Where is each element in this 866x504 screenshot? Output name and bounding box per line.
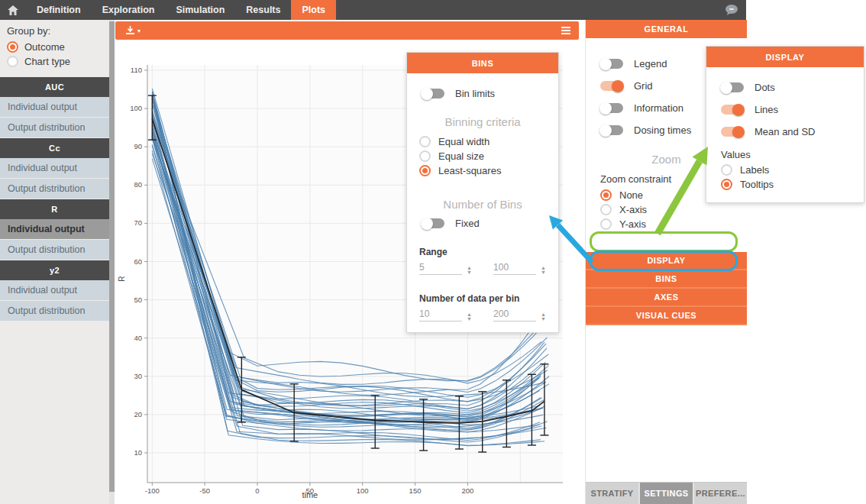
criteria-least-squares-label: Least-squares (438, 165, 501, 176)
chat-bubble-icon (725, 4, 738, 16)
tab-plots[interactable]: Plots (291, 0, 336, 20)
visual-cues-button[interactable]: VISUAL CUES (586, 307, 747, 325)
svg-text:60: 60 (134, 257, 142, 266)
sidebar-scrollbar[interactable] (109, 20, 115, 504)
svg-text:10: 10 (134, 448, 142, 457)
bin-limits-toggle-label: Bin limits (455, 88, 495, 99)
mean-and-sd-toggle-switch[interactable] (721, 127, 744, 137)
group-by-option-chart-type[interactable]: Chart type (7, 56, 102, 67)
criteria-equal-width-radio[interactable] (419, 136, 431, 147)
display-button[interactable]: DISPLAY (586, 252, 747, 270)
bottom-tab-prefere[interactable]: PREFERE... (694, 483, 747, 504)
range-max-stepper[interactable]: ▲▼ (541, 266, 546, 275)
bin-limits-toggle-switch[interactable] (422, 89, 444, 99)
svg-text:30: 30 (134, 372, 142, 380)
criteria-equal-size-radio[interactable] (419, 150, 431, 162)
zoom-constraint-x-axis[interactable]: X-axis (600, 202, 747, 217)
tab-simulation[interactable]: Simulation (165, 0, 235, 20)
bin-limits-toggle[interactable]: Bin limits (407, 82, 558, 105)
range-min-input[interactable] (419, 260, 462, 275)
values-labels-radio[interactable] (721, 164, 732, 176)
group-by-label-chart-type: Chart type (24, 56, 70, 67)
mean-and-sd-toggle[interactable]: Mean and SD (706, 121, 864, 143)
svg-text:40: 40 (134, 334, 142, 342)
zoom-constraint-none-label: None (619, 189, 643, 201)
chart-toolbar: ▾ (115, 21, 579, 40)
bins-popup-header: BINS (407, 53, 558, 73)
data-max-stepper[interactable]: ▲▼ (541, 312, 546, 321)
bottom-tab-settings[interactable]: SETTINGS (640, 483, 693, 504)
tab-definition[interactable]: Definition (26, 0, 92, 20)
display-popup-header: DISPLAY (706, 47, 864, 67)
lines-toggle[interactable]: Lines (706, 99, 864, 121)
svg-text:100: 100 (357, 486, 369, 495)
y-axis-label: R (118, 276, 126, 281)
stepper-down-icon: ▼ (541, 270, 546, 275)
range-label: Range (407, 247, 558, 257)
information-toggle-knob (599, 102, 612, 115)
dots-toggle-label: Dots (755, 82, 775, 93)
fixed-bins-toggle-switch[interactable] (422, 218, 444, 228)
values-label: Values (706, 149, 864, 160)
stepper-down-icon: ▼ (467, 317, 472, 321)
data-min-stepper[interactable]: ▲▼ (467, 312, 472, 321)
zoom-constraint-none-radio[interactable] (600, 189, 612, 201)
number-of-bins-heading: Number of Bins (407, 198, 558, 211)
home-button[interactable] (0, 0, 26, 20)
dots-toggle[interactable]: Dots (706, 76, 864, 99)
data-max-input[interactable] (493, 307, 536, 321)
group-by-radio-chart-type[interactable] (7, 56, 18, 67)
sidebar-item-cc-individual-output[interactable]: Individual output (0, 158, 109, 178)
feedback-button[interactable] (725, 4, 738, 16)
criteria-equal-width[interactable]: Equal width (419, 134, 558, 149)
range-max-input[interactable] (493, 260, 536, 275)
sidebar-scrollbar-thumb[interactable] (109, 21, 115, 492)
dosing-times-toggle-switch[interactable] (600, 125, 623, 135)
group-by-option-outcome[interactable]: Outcome (7, 41, 102, 53)
lines-toggle-switch[interactable] (721, 105, 744, 115)
criteria-equal-size[interactable]: Equal size (419, 149, 558, 163)
criteria-least-squares[interactable]: Least-squares (419, 163, 558, 178)
fixed-bins-toggle-label: Fixed (455, 218, 480, 229)
group-by-label: Group by: (7, 25, 102, 37)
sidebar-item-cc-output-distribution[interactable]: Output distribution (0, 179, 109, 199)
chart-menu-button[interactable] (561, 27, 570, 34)
lines-toggle-knob (732, 104, 745, 116)
axes-button[interactable]: AXES (586, 289, 747, 307)
legend-toggle-switch[interactable] (600, 59, 623, 69)
criteria-equal-width-label: Equal width (438, 136, 490, 147)
data-min-input[interactable] (419, 307, 462, 321)
criteria-least-squares-radio[interactable] (419, 165, 431, 176)
dots-toggle-switch[interactable] (721, 82, 744, 92)
values-tooltips-radio[interactable] (721, 179, 732, 190)
fixed-bins-toggle[interactable]: Fixed (407, 212, 558, 234)
zoom-constraint-y-axis[interactable]: Y-axis (600, 217, 747, 231)
dosing-times-toggle-knob (599, 124, 612, 137)
grid-toggle-knob (612, 80, 624, 92)
bins-button[interactable]: BINS (586, 270, 747, 289)
home-icon (8, 5, 18, 15)
values-tooltips-label: Tooltips (740, 179, 774, 190)
group-by-radio-outcome[interactable] (7, 41, 18, 53)
sidebar-item-y2-output-distribution[interactable]: Output distribution (0, 301, 109, 321)
values-tooltips[interactable]: Tooltips (721, 177, 864, 192)
sidebar-item-y2-individual-output[interactable]: Individual output (0, 280, 109, 300)
information-toggle-label: Information (634, 102, 683, 114)
dots-toggle-knob (720, 82, 732, 94)
bottom-tab-stratify[interactable]: STRATIFY (586, 483, 638, 504)
zoom-constraint-x-axis-radio[interactable] (600, 204, 612, 215)
sidebar-item-r-individual-output[interactable]: Individual output (0, 219, 109, 239)
sidebar-item-r-output-distribution[interactable]: Output distribution (0, 240, 109, 260)
range-min-stepper[interactable]: ▲▼ (467, 266, 472, 275)
bins-popup: BINS Bin limits Binning criteria Equal w… (406, 52, 559, 333)
svg-text:150: 150 (409, 486, 422, 495)
tab-results[interactable]: Results (235, 0, 291, 20)
zoom-constraint-y-axis-radio[interactable] (600, 218, 612, 230)
sidebar-item-auc-output-distribution[interactable]: Output distribution (0, 118, 109, 137)
export-button[interactable]: ▾ (125, 26, 141, 35)
sidebar-item-auc-individual-output[interactable]: Individual output (0, 97, 109, 117)
grid-toggle-switch[interactable] (600, 81, 623, 91)
information-toggle-switch[interactable] (600, 103, 623, 113)
tab-exploration[interactable]: Exploration (92, 0, 166, 20)
values-labels[interactable]: Labels (721, 163, 864, 177)
